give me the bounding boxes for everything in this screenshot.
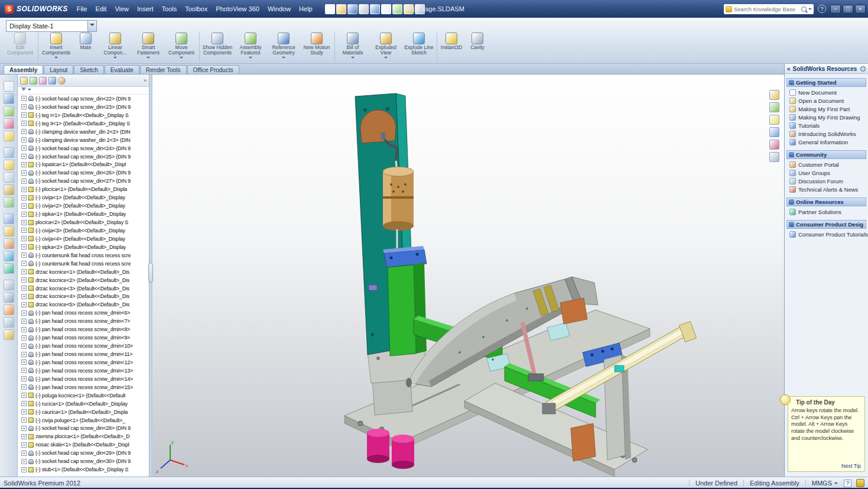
- fastener-tool-icon[interactable]: [4, 184, 14, 195]
- tab-render-tools[interactable]: Render Tools: [140, 65, 187, 74]
- tree-item[interactable]: +(-) socket head cap screw_din<28> (DIN …: [18, 425, 149, 433]
- expand-icon[interactable]: +: [21, 104, 27, 109]
- expand-icon[interactable]: +: [21, 236, 27, 241]
- new-document-icon[interactable]: [325, 4, 335, 14]
- tree-item[interactable]: +(-) pan head cross recess screw_dmin<7>: [18, 317, 149, 325]
- tree-item[interactable]: +(-) pan head cross recess screw_dmin<11…: [18, 350, 149, 358]
- dimension-tool-icon[interactable]: [4, 106, 14, 116]
- rebuild-icon[interactable]: [392, 4, 402, 14]
- undo-icon[interactable]: [370, 4, 380, 14]
- ribbon-insert-components[interactable]: Insert Components: [40, 31, 73, 61]
- mirror-tool-icon[interactable]: [4, 317, 14, 328]
- tree-item[interactable]: +(-) socket head cap screw_din<27> (DIN …: [18, 177, 149, 185]
- taskpane-link[interactable]: Introducing SolidWorks: [785, 129, 868, 138]
- menu-photoview-360[interactable]: PhotoView 360: [212, 4, 264, 14]
- maximize-button[interactable]: □: [843, 5, 853, 14]
- copper-block[interactable]: [560, 298, 587, 324]
- propertymanager-tab-icon[interactable]: [30, 77, 37, 85]
- rotate-tool-icon[interactable]: [4, 213, 14, 224]
- menu-help[interactable]: Help: [295, 4, 317, 14]
- mate-tool-icon[interactable]: [4, 147, 14, 158]
- tree-item[interactable]: +(-) civija<1> (Default<<Default>_Displa…: [18, 193, 149, 202]
- expand-icon[interactable]: +: [21, 393, 27, 398]
- section-header[interactable]: Getting Started: [786, 78, 866, 87]
- tree-item[interactable]: +(-) sipka<2> (Default<<Default>_Display: [18, 243, 149, 251]
- units-caret-icon[interactable]: [834, 482, 838, 486]
- expand-icon[interactable]: +: [21, 162, 27, 167]
- filter-icon[interactable]: [21, 88, 26, 93]
- taskpane-link[interactable]: Technical Alerts & News: [785, 185, 868, 193]
- select-filter-icon[interactable]: [4, 81, 14, 92]
- expand-icon[interactable]: +: [21, 376, 27, 381]
- taskpane-link[interactable]: User Groups: [785, 169, 868, 177]
- expand-icon[interactable]: +: [21, 129, 27, 134]
- display-state-caret-icon[interactable]: [87, 21, 96, 31]
- tree-item[interactable]: +(-) clamping device washer_din 2<2> (DI…: [18, 128, 149, 136]
- tree-item[interactable]: +(-) socket head cap screw_din<30> (DIN …: [18, 457, 149, 465]
- tree-item[interactable]: +nosac skale<1> (Default<<Default>_Displ: [18, 441, 149, 449]
- tree-item[interactable]: +(-) teg II<1> (Default<<Default>_Displa…: [18, 119, 149, 128]
- help-icon[interactable]: ?: [818, 5, 826, 13]
- expand-icon[interactable]: +: [21, 286, 27, 291]
- quick-tips-icon[interactable]: ?: [844, 480, 851, 487]
- ribbon-new-motion-study[interactable]: New Motion Study: [300, 31, 333, 56]
- dropdown-caret-icon[interactable]: [282, 57, 285, 60]
- graphics-area[interactable]: y x z: [152, 75, 784, 477]
- search-input[interactable]: [734, 6, 799, 12]
- collapse-icon[interactable]: «: [787, 66, 791, 72]
- expand-icon[interactable]: +: [21, 434, 27, 439]
- ribbon-exploded-view[interactable]: Exploded View: [369, 31, 402, 61]
- expand-icon[interactable]: +: [21, 170, 27, 176]
- expand-icon[interactable]: +: [21, 426, 27, 431]
- configurationmanager-tab-icon[interactable]: [39, 77, 47, 85]
- expand-icon[interactable]: +: [21, 277, 27, 283]
- tree-item[interactable]: +(-) countersunk flat head cross recess …: [18, 260, 149, 268]
- save-icon[interactable]: [347, 4, 357, 14]
- expand-icon[interactable]: +: [21, 269, 27, 274]
- tree-item[interactable]: +drzac kocnice<3> (Default<<Default>_Dis: [18, 284, 149, 293]
- tree-item[interactable]: +(-) civija<4> (Default<<Default>_Displa…: [18, 235, 149, 243]
- dropdown-caret-icon[interactable]: [351, 57, 355, 60]
- expand-icon[interactable]: +: [21, 401, 27, 406]
- expand-icon[interactable]: +: [21, 244, 27, 250]
- units-dropdown[interactable]: MMGS: [805, 480, 844, 487]
- expand-icon[interactable]: +: [21, 409, 27, 414]
- tree-item[interactable]: +(-) poluga kocnice<1> (Default<<Default: [18, 391, 149, 400]
- pin-icon[interactable]: [860, 66, 866, 72]
- tree-item[interactable]: +drzac kocnice<1> (Default<<Default>_Dis: [18, 268, 149, 276]
- expand-icon[interactable]: +: [21, 203, 27, 209]
- ribbon-smart-fasteners[interactable]: Smart Fasteners: [132, 31, 165, 61]
- tree-item[interactable]: +(-) civija<2> (Default<<Default>_Displa…: [18, 202, 149, 210]
- display-state-dropdown[interactable]: Display State-1: [6, 20, 97, 32]
- design-library-tab-icon[interactable]: [769, 102, 779, 112]
- taskpane-link[interactable]: Tutorials: [785, 121, 868, 129]
- expand-icon[interactable]: +: [21, 467, 27, 472]
- dimxpertmanager-tab-icon[interactable]: [48, 77, 56, 85]
- expand-icon[interactable]: +: [21, 344, 27, 349]
- solidworks-resources-tab-icon[interactable]: [769, 90, 779, 100]
- appearance-tool-icon[interactable]: [4, 118, 14, 129]
- ribbon-bill-of-materials[interactable]: Bill of Materials: [336, 31, 369, 61]
- dropdown-caret-icon[interactable]: [249, 57, 252, 60]
- tree-item[interactable]: +(-) caurica<1> (Default<<Default>_Displ…: [18, 408, 149, 416]
- expand-icon[interactable]: +: [21, 121, 27, 126]
- expand-icon[interactable]: +: [21, 459, 27, 464]
- sketch-tool-icon[interactable]: [4, 93, 14, 104]
- expand-icon[interactable]: +: [21, 360, 27, 365]
- task-pane-header[interactable]: « SolidWorks Resources: [785, 64, 868, 74]
- ribbon-cavity[interactable]: Cavity: [464, 31, 490, 51]
- tree-item[interactable]: +(-) pan head cross recess screw_dmin<13…: [18, 367, 149, 375]
- tree-item[interactable]: +(-) pan head cross recess screw_dmin<10…: [18, 342, 149, 350]
- expand-icon[interactable]: +: [21, 335, 27, 341]
- tree-item[interactable]: +(-) stub<1> (Default<<Default>_Display …: [18, 465, 149, 474]
- next-tip-link[interactable]: Next Tip: [841, 463, 861, 469]
- tree-item[interactable]: +(-) lopatica<1> (Default<<Default>_Disp…: [18, 161, 149, 169]
- dropdown-caret-icon[interactable]: [384, 57, 388, 60]
- tree-item[interactable]: +(-) clamping device washer_din 2<3> (DI…: [18, 136, 149, 144]
- expand-icon[interactable]: +: [21, 137, 27, 143]
- appearances-tab-icon[interactable]: [769, 140, 779, 150]
- ribbon-show-hidden-components[interactable]: Show Hidden Components: [201, 31, 234, 56]
- file-explorer-tab-icon[interactable]: [769, 115, 779, 125]
- search-caret-icon[interactable]: [808, 8, 812, 12]
- expand-icon[interactable]: +: [21, 310, 27, 316]
